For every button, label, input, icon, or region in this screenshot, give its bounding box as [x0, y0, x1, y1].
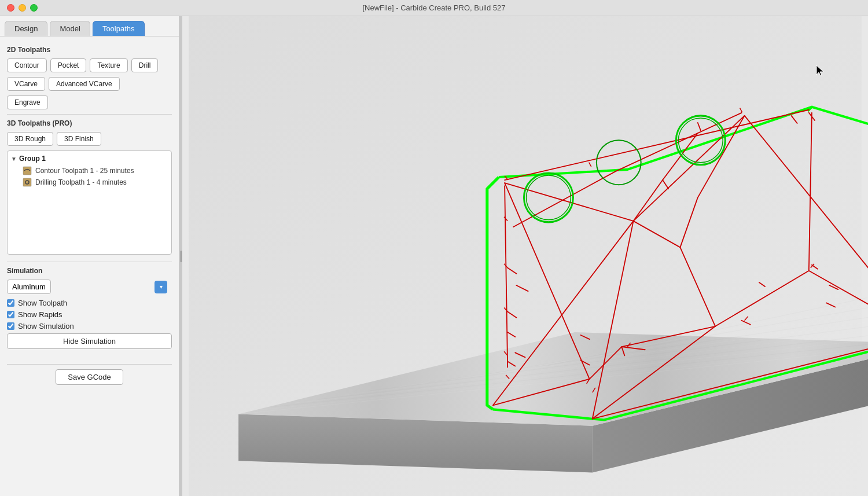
texture-button[interactable]: Texture — [90, 58, 127, 72]
svg-rect-1 — [23, 178, 31, 186]
section-2d-label: 2D Toolpaths — [7, 46, 172, 54]
tab-bar: Design Model Toolpaths — [0, 16, 179, 36]
tab-model[interactable]: Model — [50, 21, 90, 36]
tab-design[interactable]: Design — [5, 21, 47, 36]
save-gcode-button[interactable]: Save GCode — [56, 369, 123, 385]
contour-button[interactable]: Contour — [7, 58, 47, 72]
toolpath-list: ▼ Group 1 Contour Toolpath 1 - 25 minute… — [7, 150, 172, 255]
group-label: Group 1 — [19, 155, 46, 163]
3d-finish-button[interactable]: 3D Finish — [57, 132, 101, 146]
sim-dropdown-row: Aluminum Wood Plastic Steel ▾ — [7, 280, 172, 294]
show-rapids-label: Show Rapids — [18, 310, 62, 319]
button-engrave-row: Engrave — [7, 95, 172, 109]
buttons-vcarve-row: VCarve Advanced VCarve — [7, 77, 172, 91]
show-rapids-checkbox[interactable] — [7, 311, 14, 318]
advanced-vcarve-button[interactable]: Advanced VCarve — [49, 77, 120, 91]
window-title: [NewFile] - Carbide Create PRO, Build 52… — [362, 3, 505, 12]
toolpath-item-drilling[interactable]: Drilling Toolpath 1 - 4 minutes — [11, 177, 168, 188]
canvas-area[interactable] — [182, 16, 868, 496]
simulation-section: Simulation Aluminum Wood Plastic Steel ▾ — [7, 267, 172, 359]
toolpath-contour-label: Contour Toolpath 1 - 25 minutes — [35, 167, 134, 175]
show-simulation-label: Show Simulation — [18, 322, 74, 330]
tab-toolpaths[interactable]: Toolpaths — [93, 21, 145, 36]
show-toolpath-checkbox[interactable] — [7, 299, 14, 307]
show-simulation-checkbox[interactable] — [7, 322, 14, 330]
maximize-button[interactable] — [30, 4, 38, 12]
group-header[interactable]: ▼ Group 1 — [11, 155, 168, 163]
window-controls — [7, 4, 38, 12]
show-rapids-checkbox-row[interactable]: Show Rapids — [7, 310, 172, 319]
simulation-view — [182, 16, 868, 496]
drilling-toolpath-icon — [23, 178, 32, 187]
dropdown-arrow-icon: ▾ — [155, 281, 167, 293]
toolpath-drilling-label: Drilling Toolpath 1 - 4 minutes — [35, 178, 127, 186]
pocket-button[interactable]: Pocket — [50, 58, 87, 72]
material-dropdown-wrapper: Aluminum Wood Plastic Steel ▾ — [7, 280, 172, 294]
engrave-button[interactable]: Engrave — [7, 95, 48, 109]
material-dropdown[interactable]: Aluminum Wood Plastic Steel — [7, 280, 51, 294]
contour-toolpath-icon — [23, 166, 32, 175]
3d-rough-button[interactable]: 3D Rough — [7, 132, 53, 146]
section-3d-label: 3D Toolpaths (PRO) — [7, 119, 172, 127]
toolpath-item-contour[interactable]: Contour Toolpath 1 - 25 minutes — [11, 165, 168, 177]
buttons-2d-row: Contour Pocket Texture Drill — [7, 58, 172, 72]
drill-button[interactable]: Drill — [131, 58, 159, 72]
show-toolpath-label: Show Toolpath — [18, 299, 67, 307]
divider-3 — [7, 364, 172, 365]
close-button[interactable] — [7, 4, 14, 12]
resize-dot-indicator — [180, 251, 182, 262]
group-arrow-icon: ▼ — [11, 156, 17, 162]
divider-1 — [7, 114, 172, 115]
show-simulation-checkbox-row[interactable]: Show Simulation — [7, 322, 172, 330]
vcarve-button[interactable]: VCarve — [7, 77, 45, 91]
minimize-button[interactable] — [19, 4, 26, 12]
sidebar: Design Model Toolpaths 2D Toolpaths Cont… — [0, 16, 179, 496]
show-toolpath-checkbox-row[interactable]: Show Toolpath — [7, 299, 172, 307]
titlebar: [NewFile] - Carbide Create PRO, Build 52… — [0, 0, 868, 16]
divider-2 — [7, 262, 172, 262]
simulation-label: Simulation — [7, 267, 172, 275]
hide-simulation-button[interactable]: Hide Simulation — [7, 333, 172, 349]
sidebar-content: 2D Toolpaths Contour Pocket Texture Dril… — [0, 36, 179, 496]
buttons-3d-row: 3D Rough 3D Finish — [7, 132, 172, 146]
main-layout: Design Model Toolpaths 2D Toolpaths Cont… — [0, 16, 868, 496]
